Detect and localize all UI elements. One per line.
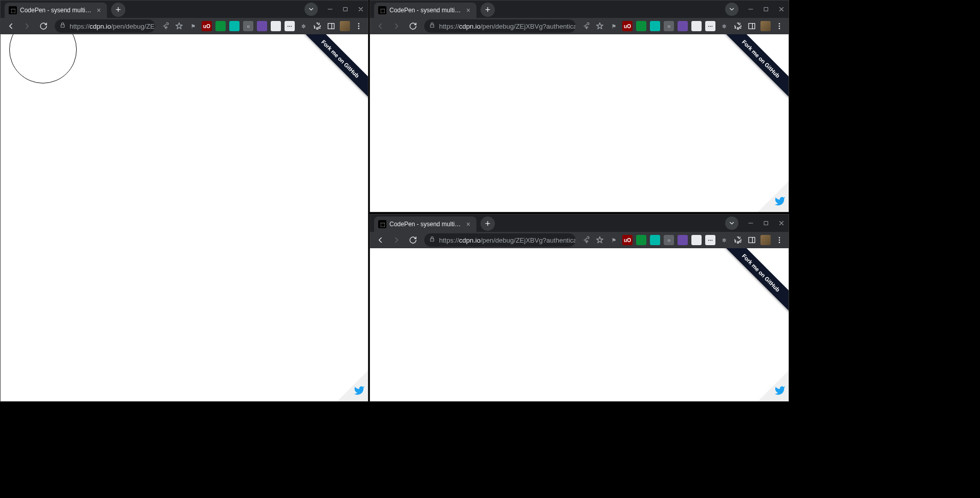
reload-button[interactable] <box>36 19 51 33</box>
menu-button[interactable] <box>773 234 786 246</box>
back-button[interactable] <box>373 19 387 33</box>
fork-ribbon[interactable]: Fork me on GitHub <box>291 34 368 111</box>
flag-icon[interactable]: ⚑ <box>607 20 620 32</box>
forward-button[interactable] <box>389 19 404 33</box>
side-panel-button[interactable] <box>746 234 758 246</box>
address-bar[interactable]: https://cdpn.io/pen/debug/ZEjXBVg?authen… <box>424 233 576 247</box>
close-window-button[interactable] <box>774 216 789 230</box>
tab-close-button[interactable]: × <box>95 6 103 14</box>
new-tab-button[interactable]: + <box>111 3 125 17</box>
minimize-button[interactable] <box>323 2 337 16</box>
forward-button[interactable] <box>389 233 404 247</box>
bookmark-button[interactable] <box>173 20 185 32</box>
maximize-button[interactable] <box>759 216 773 230</box>
search-tabs-button[interactable] <box>725 3 738 16</box>
tab-strip: ⬚ CodePen - sysend multi-window × + <box>370 214 789 232</box>
ext-green1-icon[interactable] <box>214 20 227 32</box>
ext-purple-icon[interactable] <box>677 234 689 246</box>
url-text: https://cdpn.io/pen/debug/ZEj... <box>70 23 155 30</box>
new-tab-button[interactable]: + <box>481 216 495 231</box>
fork-ribbon[interactable]: Fork me on GitHub <box>712 34 789 111</box>
address-bar[interactable]: https://cdpn.io/pen/debug/ZEj... <box>55 19 155 33</box>
ext-purple-icon[interactable] <box>677 20 689 32</box>
twitter-corner[interactable] <box>758 371 789 401</box>
twitter-icon <box>774 385 786 398</box>
extensions-button[interactable] <box>732 20 744 32</box>
ext-camera-icon[interactable]: ○ <box>242 20 254 32</box>
reload-button[interactable] <box>406 233 420 247</box>
ext-white2-icon[interactable]: ⋯ <box>704 234 716 246</box>
lock-icon <box>60 22 67 30</box>
back-button[interactable] <box>373 233 387 247</box>
browser-tab[interactable]: ⬚ CodePen - sysend multi-window × <box>5 3 107 18</box>
toolbar-actions: ⚑uO○⋯✲ <box>159 20 365 32</box>
tab-strip: ⬚ CodePen - sysend multi-window × + <box>1 1 368 18</box>
twitter-corner[interactable] <box>337 371 368 401</box>
share-button[interactable] <box>159 20 171 32</box>
twitter-corner[interactable] <box>758 181 789 212</box>
menu-button[interactable] <box>773 20 786 32</box>
extensions-button[interactable] <box>732 234 744 246</box>
share-button[interactable] <box>580 234 592 246</box>
flag-icon[interactable]: ⚑ <box>187 20 199 32</box>
ext-camera-icon[interactable]: ○ <box>663 234 675 246</box>
reload-button[interactable] <box>406 19 420 33</box>
ext-gear-icon[interactable]: ✲ <box>297 20 310 32</box>
fork-ribbon-label: Fork me on GitHub <box>295 34 368 104</box>
extensions-button[interactable] <box>311 20 323 32</box>
side-panel-button[interactable] <box>325 20 337 32</box>
menu-button[interactable] <box>353 20 365 32</box>
ublock-icon[interactable]: uO <box>621 234 634 246</box>
fork-ribbon[interactable]: Fork me on GitHub <box>712 248 789 325</box>
ext-white2-icon[interactable]: ⋯ <box>284 20 296 32</box>
ext-gear-icon[interactable]: ✲ <box>718 20 730 32</box>
address-bar[interactable]: https://cdpn.io/pen/debug/ZEjXBVg?authen… <box>424 19 576 33</box>
codepen-favicon-icon: ⬚ <box>9 6 17 14</box>
ext-gear-icon[interactable]: ✲ <box>718 234 730 246</box>
browser-tab[interactable]: ⬚ CodePen - sysend multi-window × <box>374 3 476 18</box>
ext-purple-icon[interactable] <box>256 20 268 32</box>
tab-title: CodePen - sysend multi-window <box>20 7 92 14</box>
ext-white2-icon[interactable]: ⋯ <box>704 20 716 32</box>
close-window-button[interactable] <box>354 2 368 16</box>
minimize-button[interactable] <box>744 216 758 230</box>
ext-camera-icon[interactable]: ○ <box>663 20 675 32</box>
tab-close-button[interactable]: × <box>464 220 472 228</box>
side-panel-button[interactable] <box>746 20 758 32</box>
url-text: https://cdpn.io/pen/debug/ZEjXBVg?authen… <box>439 236 576 244</box>
bookmark-button[interactable] <box>594 20 606 32</box>
page-viewport[interactable]: Fork me on GitHub <box>1 34 368 401</box>
ext-teal-icon[interactable] <box>649 20 661 32</box>
tab-close-button[interactable]: × <box>464 6 472 14</box>
ext-white1-icon[interactable] <box>270 20 282 32</box>
profile-avatar[interactable] <box>759 20 772 32</box>
forward-button[interactable] <box>20 19 34 33</box>
page-viewport[interactable]: Fork me on GitHub <box>370 34 789 212</box>
maximize-button[interactable] <box>759 2 773 16</box>
flag-icon[interactable]: ⚑ <box>607 234 620 246</box>
close-window-button[interactable] <box>774 2 789 16</box>
ext-green1-icon[interactable] <box>635 20 647 32</box>
ext-teal-icon[interactable] <box>649 234 661 246</box>
share-button[interactable] <box>580 20 592 32</box>
new-tab-button[interactable]: + <box>481 3 495 17</box>
search-tabs-button[interactable] <box>725 216 738 230</box>
ext-green1-icon[interactable] <box>635 234 647 246</box>
browser-tab[interactable]: ⬚ CodePen - sysend multi-window × <box>374 216 476 232</box>
profile-avatar[interactable] <box>759 234 772 246</box>
ext-white1-icon[interactable] <box>690 20 703 32</box>
codepen-favicon-icon: ⬚ <box>378 6 386 14</box>
tab-title: CodePen - sysend multi-window <box>389 221 461 228</box>
browser-window: ⬚ CodePen - sysend multi-window × + http… <box>0 0 368 402</box>
ext-white1-icon[interactable] <box>690 234 703 246</box>
search-tabs-button[interactable] <box>304 3 318 16</box>
minimize-button[interactable] <box>744 2 758 16</box>
maximize-button[interactable] <box>338 2 353 16</box>
profile-avatar[interactable] <box>339 20 351 32</box>
ext-teal-icon[interactable] <box>228 20 241 32</box>
page-viewport[interactable]: Fork me on GitHub <box>370 248 789 401</box>
ublock-icon[interactable]: uO <box>201 20 213 32</box>
bookmark-button[interactable] <box>594 234 606 246</box>
back-button[interactable] <box>4 19 18 33</box>
ublock-icon[interactable]: uO <box>621 20 634 32</box>
